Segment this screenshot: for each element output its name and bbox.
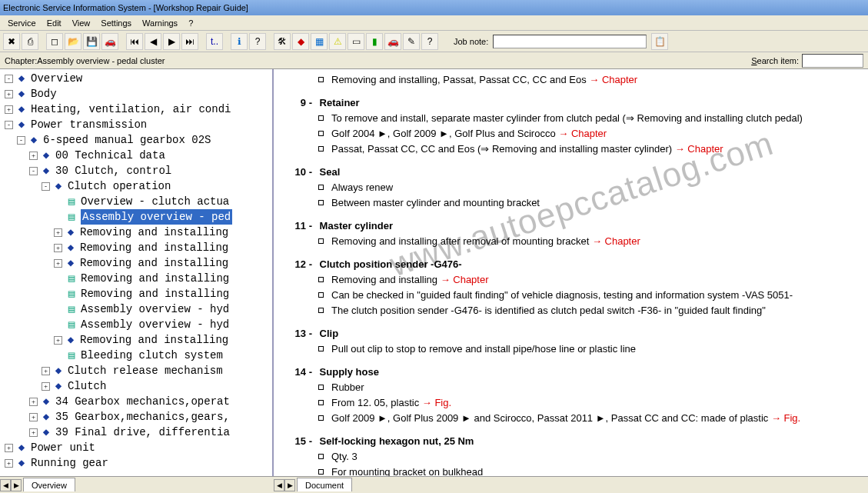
car2-icon[interactable]: 🚗 xyxy=(384,33,401,50)
collapse-icon[interactable]: - xyxy=(5,121,13,129)
expand-icon[interactable]: + xyxy=(29,413,38,421)
tree-item[interactable]: +◆Body xyxy=(2,86,271,102)
tree-item[interactable]: -◆Power transmission xyxy=(2,117,271,132)
figure-link[interactable]: Fig. xyxy=(784,412,801,424)
tree-item-label: Overview xyxy=(31,71,82,86)
prev-icon[interactable]: ◀ xyxy=(145,33,161,50)
tree-item[interactable]: +◆Running gear xyxy=(2,455,271,471)
tree-item[interactable]: +◆00 Technical data xyxy=(2,148,271,163)
chapter-link[interactable]: Chapter xyxy=(453,274,488,285)
figure-link[interactable]: Fig. xyxy=(434,397,451,408)
tree-item[interactable]: +◆Removing and installing xyxy=(2,225,271,240)
doc-list-item: Pull out clip to stop to remove and inst… xyxy=(318,341,859,357)
tree-item[interactable]: +◆Heating, ventilation, air condi xyxy=(2,102,271,117)
tab-scroll-left2-icon[interactable]: ◀ xyxy=(274,479,284,491)
nav-tree[interactable]: -◆Overview+◆Body+◆Heating, ventilation, … xyxy=(0,69,272,472)
tree-item[interactable]: +◆Removing and installing xyxy=(2,332,271,348)
collapse-icon[interactable]: - xyxy=(5,75,13,83)
tree-item[interactable]: ▤Removing and installing xyxy=(2,286,271,301)
chapter-link[interactable]: Chapter xyxy=(687,143,723,155)
tab-scroll-right-icon[interactable]: ▶ xyxy=(11,479,22,491)
expand-icon[interactable]: + xyxy=(42,367,50,375)
expand-icon[interactable]: + xyxy=(5,105,13,114)
tree-item[interactable]: +◆Removing and installing xyxy=(2,240,271,255)
tree-icon[interactable]: t.. xyxy=(206,33,223,50)
menu-settings[interactable]: Settings xyxy=(101,18,131,28)
expand-icon[interactable]: + xyxy=(54,259,62,268)
title-bar: Electronic Service Information System - … xyxy=(0,0,868,15)
tree-item[interactable]: -◆Overview xyxy=(2,71,271,86)
tree-item[interactable]: +◆35 Gearbox,mechanics,gears, xyxy=(2,409,271,425)
expand-icon[interactable]: + xyxy=(29,428,38,437)
menu-bar: Service Edit View Settings Warnings ? xyxy=(0,15,868,31)
tree-item[interactable]: ▤Removing and installing xyxy=(2,271,271,286)
save-icon[interactable]: 💾 xyxy=(83,33,100,50)
tree-item[interactable]: +◆Clutch release mechanism xyxy=(2,363,271,378)
info-icon[interactable]: ℹ xyxy=(231,33,248,50)
bullet-icon xyxy=(318,131,324,136)
greenfolder-icon[interactable]: ▮ xyxy=(366,33,383,50)
open-icon[interactable]: 📂 xyxy=(65,33,81,50)
collapse-icon[interactable]: - xyxy=(17,136,25,145)
collapse-icon[interactable]: - xyxy=(42,182,50,191)
q-icon[interactable]: ? xyxy=(421,33,438,50)
tree-item[interactable]: ▤Assembly overview - hyd xyxy=(2,301,271,317)
tree-item[interactable]: +◆34 Gearbox mechanics,operat xyxy=(2,394,271,409)
chapter-link[interactable]: Chapter xyxy=(571,128,607,139)
tree-item[interactable]: ▤Assembly overview - hyd xyxy=(2,317,271,332)
expand-icon[interactable]: + xyxy=(5,444,13,452)
car-icon[interactable]: 🚗 xyxy=(101,33,118,50)
expand-icon[interactable]: + xyxy=(54,336,62,345)
doc-list-item: Removing and installing after removal of… xyxy=(318,234,859,249)
first-icon[interactable]: ⏮ xyxy=(126,33,143,50)
menu-warnings[interactable]: Warnings xyxy=(142,18,178,28)
jobnote-input[interactable] xyxy=(493,35,647,48)
redbook-icon[interactable]: ◆ xyxy=(292,33,309,50)
tree-item[interactable]: -◆Clutch operation xyxy=(2,178,271,194)
tree-item[interactable]: +◆39 Final drive, differentia xyxy=(2,425,271,440)
tab-scroll-left-icon[interactable]: ◀ xyxy=(0,479,11,491)
menu-view[interactable]: View xyxy=(72,18,91,28)
menu-help[interactable]: ? xyxy=(188,18,193,28)
expand-icon[interactable]: + xyxy=(29,398,38,406)
tree-item[interactable]: -◆30 Clutch, control xyxy=(2,163,271,178)
tools-icon[interactable]: 🛠 xyxy=(274,33,291,50)
pencil-icon[interactable]: ✎ xyxy=(403,33,420,50)
document-body: Removing and installing, Passat, Passat … xyxy=(274,69,868,476)
print-icon[interactable]: ⎙ xyxy=(22,33,38,50)
search-input[interactable] xyxy=(802,54,863,68)
tree-item[interactable]: +◆Removing and installing xyxy=(2,255,271,271)
tree-item-label: Removing and installing xyxy=(80,255,228,271)
expand-icon[interactable]: + xyxy=(5,90,13,98)
tab-scroll-right2-icon[interactable]: ▶ xyxy=(284,479,295,491)
warn-icon[interactable]: ⚠ xyxy=(329,33,346,50)
menu-edit[interactable]: Edit xyxy=(47,18,62,28)
expand-icon[interactable]: + xyxy=(29,152,38,160)
expand-icon[interactable]: + xyxy=(5,459,13,468)
tree-item[interactable]: ▤Overview - clutch actua xyxy=(2,194,271,209)
chapter-link[interactable]: Chapter xyxy=(602,74,637,85)
sheet-icon[interactable]: ▭ xyxy=(348,33,364,50)
grid-icon[interactable]: ▦ xyxy=(311,33,328,50)
expand-icon[interactable]: + xyxy=(54,244,62,252)
tree-item[interactable]: -◆6-speed manual gearbox 02S xyxy=(2,132,271,148)
menu-service[interactable]: Service xyxy=(8,18,36,28)
section-heading: 13 - Clip xyxy=(292,326,859,341)
expand-icon[interactable]: + xyxy=(54,228,62,237)
tab-document[interactable]: Document xyxy=(297,478,352,491)
last-icon[interactable]: ⏭ xyxy=(181,33,198,50)
tab-overview[interactable]: Overview xyxy=(23,478,75,491)
chapter-link[interactable]: Chapter xyxy=(605,235,640,247)
expand-icon[interactable]: + xyxy=(42,382,50,391)
tree-item[interactable]: ▤Assembly overview - ped xyxy=(2,209,271,225)
jobnote-browse-icon[interactable]: 📋 xyxy=(651,33,668,50)
new-icon[interactable]: ◻ xyxy=(46,33,63,50)
tree-item[interactable]: +◆Power unit xyxy=(2,440,271,455)
collapse-icon[interactable]: - xyxy=(29,167,38,175)
tree-item[interactable]: +◆Clutch xyxy=(2,378,271,394)
close-icon[interactable]: ✖ xyxy=(3,33,20,50)
doc-list-item: Golf 2004 ►, Golf 2009 ►, Golf Plus and … xyxy=(318,126,859,142)
help-icon[interactable]: ? xyxy=(249,33,266,50)
next-icon[interactable]: ▶ xyxy=(163,33,180,50)
tree-item[interactable]: ▤Bleeding clutch system xyxy=(2,348,271,363)
